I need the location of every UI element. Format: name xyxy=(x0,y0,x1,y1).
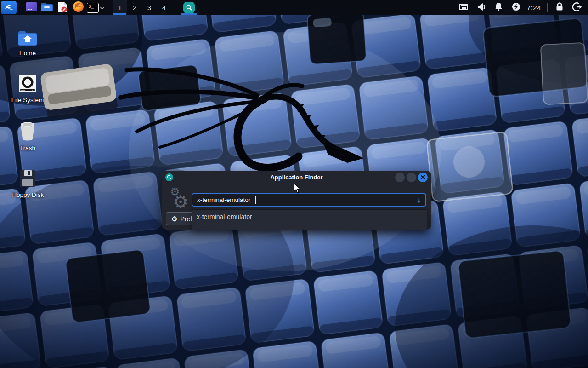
search-input-value: x-terminal-emulator xyxy=(197,196,250,203)
desktop-icon-floppy-disk[interactable]: Floppy Disk xyxy=(6,168,50,198)
workspace-number: 1 xyxy=(118,4,122,12)
mouse-cursor xyxy=(293,183,302,196)
floppy-icon xyxy=(6,168,50,188)
volume-icon xyxy=(476,2,486,13)
desktop-icon-trash[interactable]: Trash xyxy=(6,121,50,151)
logout-icon xyxy=(572,2,582,14)
desktop-icon-label: File System xyxy=(6,97,50,104)
panel-clock[interactable]: 7:24 xyxy=(527,4,541,12)
desktop-icon-home[interactable]: Home xyxy=(6,27,50,57)
minimize-button[interactable] xyxy=(395,172,405,182)
launcher-firefox[interactable] xyxy=(71,1,85,15)
lock-screen-button[interactable] xyxy=(554,2,565,13)
launcher-dashboard[interactable] xyxy=(24,1,38,15)
trash-icon xyxy=(6,121,50,141)
power-manager-icon xyxy=(511,2,521,13)
workspace-4[interactable]: 4 xyxy=(157,0,171,15)
desktop-icon-label: Home xyxy=(6,50,50,57)
firefox-icon xyxy=(73,1,84,14)
launcher-text-editor[interactable] xyxy=(56,1,69,15)
network-icon xyxy=(458,2,469,13)
maximize-button[interactable] xyxy=(407,172,416,182)
application-finder-icon xyxy=(165,173,173,181)
tray-volume[interactable] xyxy=(476,2,487,13)
workspace-number: 3 xyxy=(147,4,151,12)
kali-menu-icon xyxy=(3,2,14,14)
panel-separator xyxy=(109,3,109,12)
home-folder-icon xyxy=(6,27,50,46)
workspace-2[interactable]: 2 xyxy=(127,0,142,15)
application-finder-icon xyxy=(183,2,195,13)
tray-power-manager[interactable] xyxy=(511,2,522,13)
panel-separator xyxy=(175,3,175,12)
close-button[interactable] xyxy=(418,172,428,182)
panel-separator xyxy=(547,3,548,12)
workspace-number: 4 xyxy=(162,4,166,12)
tasklist-application-finder[interactable] xyxy=(178,0,199,15)
chevron-down-icon[interactable] xyxy=(100,5,105,11)
tray-notifications[interactable] xyxy=(493,2,504,13)
desktop-icon-label: Trash xyxy=(6,144,50,151)
completion-item[interactable]: x-terminal-emulator xyxy=(192,210,427,224)
launcher-terminal[interactable]: $_ xyxy=(87,3,99,13)
logout-button[interactable] xyxy=(571,2,582,13)
workspace-1[interactable]: 1 xyxy=(113,0,127,15)
gear-icon: ⚙ xyxy=(171,215,177,223)
text-editor-icon xyxy=(57,1,68,15)
application-finder-gears-icon: ⚙ ⚙ xyxy=(166,186,192,211)
launcher-file-manager[interactable] xyxy=(40,1,54,15)
lock-icon xyxy=(555,2,564,13)
tray-network[interactable] xyxy=(458,2,469,13)
desktop-icon-file-system[interactable]: File System xyxy=(6,74,50,104)
terminal-icon: $_ xyxy=(89,4,94,9)
completion-popup: x-terminal-emulator xyxy=(192,209,427,230)
text-caret xyxy=(255,196,256,204)
top-panel: $_ 1 2 3 4 xyxy=(0,0,588,15)
workspace-number: 2 xyxy=(133,4,136,12)
applications-menu-button[interactable] xyxy=(1,1,17,14)
search-input[interactable]: x-terminal-emulator ↓ xyxy=(192,193,426,207)
notifications-icon xyxy=(494,2,503,13)
desktop-icon-label: Floppy Disk xyxy=(6,191,50,198)
dashboard-icon xyxy=(26,1,37,14)
expand-arrow-icon[interactable]: ↓ xyxy=(418,196,421,204)
window-titlebar[interactable]: Application Finder xyxy=(162,171,431,184)
panel-separator xyxy=(20,3,20,12)
window-title: Application Finder xyxy=(162,174,431,181)
drive-icon xyxy=(6,74,50,93)
workspace-3[interactable]: 3 xyxy=(142,0,157,15)
file-manager-icon xyxy=(41,2,53,14)
